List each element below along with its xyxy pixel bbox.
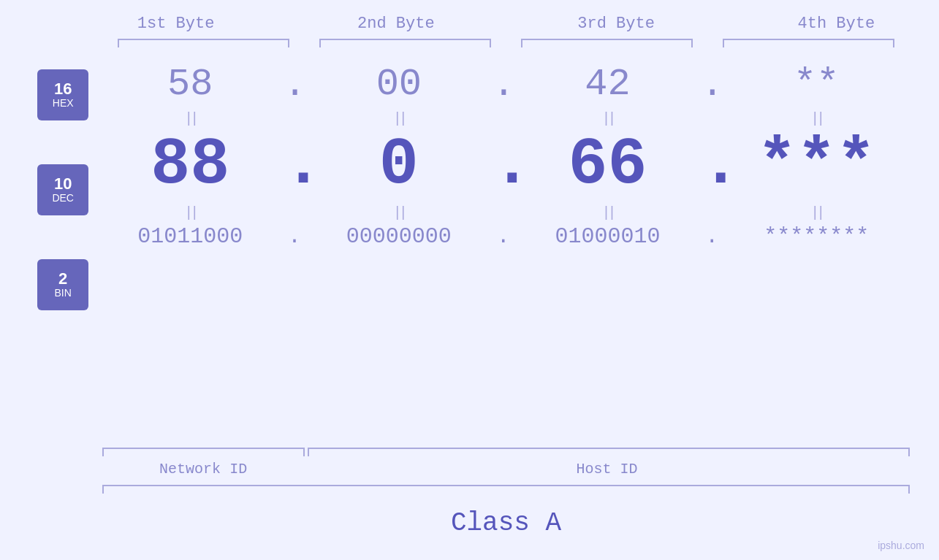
dot-dec-3: . <box>701 136 723 195</box>
network-id-label: Network ID <box>102 461 304 477</box>
bin-badge: 2 BIN <box>37 259 88 310</box>
bin-byte-2: 00000000 <box>305 223 493 250</box>
values-grid: 58 . 00 . 42 . ** || || <box>96 62 910 250</box>
hex-byte-1: 58 <box>96 62 284 107</box>
dot-hex-2: . <box>493 64 514 107</box>
bin-row: 01011000 . 00000000 . 01000010 . *******… <box>96 223 910 250</box>
main-container: 1st Byte 2nd Byte 3rd Byte 4th Byte 16 H… <box>0 0 939 560</box>
sep-2-2: || <box>305 204 493 221</box>
sep-1-2: || <box>305 110 493 127</box>
bracket-top-1 <box>118 39 289 47</box>
dec-byte-3: 66 <box>514 129 702 202</box>
hex-badge-num: 16 <box>54 80 72 98</box>
sep-2-3: || <box>514 204 702 221</box>
sep-1-1: || <box>96 110 284 127</box>
byte-label-2: 2nd Byte <box>286 15 506 39</box>
hex-byte-2: 00 <box>305 62 493 107</box>
hex-row: 58 . 00 . 42 . ** <box>96 62 910 107</box>
byte-label-4: 4th Byte <box>726 15 939 39</box>
sep-row-2: || || || || <box>96 202 910 223</box>
sep-1-4: || <box>723 110 910 127</box>
hex-byte-4: ** <box>723 62 910 107</box>
bottom-section: Network ID Host ID Class A <box>102 448 910 545</box>
class-label: Class A <box>102 501 910 545</box>
hex-byte-3: 42 <box>514 62 702 107</box>
host-id-label: Host ID <box>304 461 910 477</box>
bin-badge-label: BIN <box>55 288 72 299</box>
dot-bin-3: . <box>701 224 723 249</box>
dec-byte-2: 0 <box>305 129 493 202</box>
sep-row-1: || || || || <box>96 107 910 129</box>
bracket-cell-2 <box>304 39 506 47</box>
host-bracket <box>308 448 910 456</box>
bracket-cell-4 <box>708 39 910 47</box>
dec-byte-4: *** <box>723 129 910 202</box>
dot-dec-2: . <box>493 136 514 195</box>
bin-badge-num: 2 <box>58 270 67 288</box>
main-area: 16 HEX 10 DEC 2 BIN 58 . 00 <box>29 62 910 440</box>
sep-2-1: || <box>96 204 284 221</box>
dec-byte-1: 88 <box>96 129 284 202</box>
dot-hex-3: . <box>701 64 723 107</box>
hex-badge: 16 HEX <box>37 69 88 120</box>
dec-badge-label: DEC <box>52 193 74 204</box>
id-labels-row: Network ID Host ID <box>102 461 910 477</box>
network-bracket <box>102 448 305 456</box>
watermark: ipshu.com <box>878 540 924 551</box>
dot-hex-1: . <box>284 64 305 107</box>
header-row: 1st Byte 2nd Byte 3rd Byte 4th Byte <box>66 15 939 39</box>
bracket-top-3 <box>521 39 693 47</box>
hex-badge-label: HEX <box>53 98 74 109</box>
dot-dec-1: . <box>284 136 305 195</box>
bracket-cell-1 <box>102 39 304 47</box>
top-bracket-row <box>102 39 910 47</box>
badges-column: 16 HEX 10 DEC 2 BIN <box>29 62 96 354</box>
bin-byte-1: 01011000 <box>96 223 284 250</box>
byte-label-1: 1st Byte <box>66 15 286 39</box>
class-bracket <box>102 485 910 494</box>
bracket-top-2 <box>319 39 491 47</box>
dec-badge-num: 10 <box>54 175 72 193</box>
dot-bin-1: . <box>284 224 305 249</box>
sep-1-3: || <box>514 110 702 127</box>
byte-label-3: 3rd Byte <box>506 15 726 39</box>
bottom-brackets <box>102 448 910 456</box>
sep-2-4: || <box>723 204 910 221</box>
dec-row: 88 . 0 . 66 . *** <box>96 129 910 202</box>
bin-byte-3: 01000010 <box>514 223 702 250</box>
bin-byte-4: ******** <box>723 223 910 250</box>
bracket-top-4 <box>723 39 894 47</box>
dec-badge: 10 DEC <box>37 164 88 215</box>
bracket-cell-3 <box>506 39 708 47</box>
dot-bin-2: . <box>493 224 514 249</box>
